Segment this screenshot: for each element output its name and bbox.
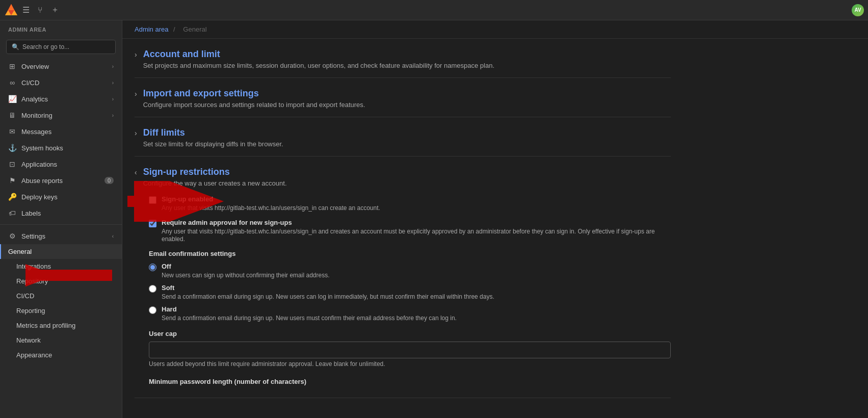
sidebar-toggle-icon[interactable]: ☰ [22, 5, 30, 15]
sub-item-label: Repository [16, 277, 48, 285]
sidebar-item-analytics[interactable]: 📈 Analytics › [0, 91, 122, 107]
email-confirmation-section: Email confirmation settings Off New user… [149, 250, 671, 322]
radio-item-soft: Soft Send a confirmation email during si… [149, 284, 671, 300]
sidebar-item-applications[interactable]: ⊡ Applications [0, 156, 122, 172]
search-bar[interactable]: 🔍 Search or go to... [6, 40, 116, 54]
sidebar-item-label: Monitoring [21, 112, 52, 119]
abuse-badge: 0 [104, 177, 114, 184]
section-signup-restrictions: ‹ Sign-up restrictions Configure the way… [135, 156, 671, 398]
sidebar-sub-item-network[interactable]: Network [0, 333, 122, 348]
sidebar-item-label: Labels [21, 210, 41, 217]
sidebar-item-deploy-keys[interactable]: 🔑 Deploy keys [0, 189, 122, 205]
sidebar-item-cicd[interactable]: ∞ CI/CD › [0, 74, 122, 91]
section-title: Sign-up restrictions [143, 167, 287, 177]
user-cap-input[interactable] [149, 342, 671, 358]
sidebar-sub-item-general[interactable]: General [0, 244, 122, 259]
section-desc: Set projects and maximum size limits, se… [143, 62, 494, 69]
radio-off-label[interactable]: Off New users can sign up without confir… [162, 263, 329, 279]
sidebar-sub-item-reporting[interactable]: Reporting [0, 303, 122, 318]
breadcrumb: Admin area / General [122, 20, 868, 39]
applications-icon: ⊡ [8, 160, 16, 168]
topbar-logo[interactable] [4, 3, 18, 17]
breadcrumb-separator: / [173, 25, 175, 33]
section-title: Import and export settings [143, 88, 365, 99]
chevron-icon: › [112, 96, 114, 102]
radio-soft[interactable] [149, 285, 156, 293]
section-diff-limits: › Diff limits Set size limits for displa… [135, 117, 671, 156]
sidebar-sub-item-appearance[interactable]: Appearance [0, 348, 122, 362]
settings-content: › Account and limit Set projects and max… [122, 39, 683, 418]
sidebar-item-settings[interactable]: ⚙ Settings ‹ [0, 228, 122, 244]
section-import-export-header[interactable]: › Import and export settings Configure i… [135, 78, 671, 117]
user-cap-section: User cap Users added beyond this limit r… [149, 330, 671, 368]
require-admin-check: Require admin approval for new sign-ups … [149, 219, 671, 243]
breadcrumb-current: General [183, 25, 206, 33]
signup-enabled-checkbox[interactable] [149, 196, 156, 204]
section-desc: Set size limits for displaying diffs in … [143, 140, 283, 148]
sidebar-item-labels[interactable]: 🏷 Labels [0, 205, 122, 221]
cicd-icon: ∞ [8, 79, 16, 87]
avatar[interactable]: AV [852, 4, 864, 16]
sub-item-label: General [8, 248, 32, 255]
sidebar-sub-item-cicd-settings[interactable]: CI/CD [0, 289, 122, 303]
sub-item-label: Metrics and profiling [16, 322, 75, 329]
user-cap-label: User cap [149, 330, 671, 337]
sidebar-item-overview[interactable]: ⊞ Overview › [0, 58, 122, 74]
signup-enabled-label[interactable]: Sign-up enabled Any user that visits htt… [162, 195, 380, 212]
sidebar-item-monitoring[interactable]: 🖥 Monitoring › [0, 107, 122, 123]
sidebar-item-messages[interactable]: ✉ Messages [0, 123, 122, 140]
sidebar-item-label: CI/CD [21, 79, 39, 87]
radio-item-hard: Hard Send a confirmation email during si… [149, 305, 671, 322]
overview-icon: ⊞ [8, 62, 16, 70]
radio-hard-label[interactable]: Hard Send a confirmation email during si… [162, 305, 457, 322]
section-signup-restrictions-header[interactable]: ‹ Sign-up restrictions Configure the way… [135, 156, 671, 195]
chevron-right-icon: › [135, 50, 137, 59]
sidebar-sub-item-metrics-profiling[interactable]: Metrics and profiling [0, 318, 122, 333]
require-admin-label[interactable]: Require admin approval for new sign-ups … [162, 219, 671, 243]
radio-soft-label[interactable]: Soft Send a confirmation email during si… [162, 284, 494, 300]
sidebar-item-label: Overview [21, 63, 49, 70]
messages-icon: ✉ [8, 127, 16, 136]
chevron-down-icon: ‹ [135, 168, 137, 176]
chevron-icon: › [112, 113, 114, 118]
sidebar-section-label: Admin area [0, 20, 122, 36]
sidebar-sub-item-repository[interactable]: Repository [0, 274, 122, 289]
email-confirmation-radio-group: Off New users can sign up without confir… [149, 263, 671, 322]
user-cap-hint: Users added beyond this limit require ad… [149, 360, 671, 368]
sidebar: Admin area 🔍 Search or go to... ⊞ Overvi… [0, 0, 122, 418]
section-diff-limits-header[interactable]: › Diff limits Set size limits for displa… [135, 117, 671, 156]
min-password-section: Minimum password length (number of chara… [149, 378, 671, 385]
monitoring-icon: 🖥 [8, 111, 16, 119]
sidebar-item-label: Analytics [21, 95, 48, 103]
section-account-limit-header[interactable]: › Account and limit Set projects and max… [135, 39, 671, 77]
radio-hard[interactable] [149, 306, 156, 314]
sidebar-item-label: Settings [21, 232, 45, 240]
sidebar-item-label: Applications [21, 161, 57, 168]
section-title: Diff limits [143, 127, 283, 138]
merge-request-icon[interactable]: ⑂ [38, 6, 43, 15]
analytics-icon: 📈 [8, 95, 16, 103]
section-desc: Configure the way a user creates a new a… [143, 179, 287, 187]
sub-item-label: CI/CD [16, 292, 34, 300]
sub-item-label: Reporting [16, 307, 45, 315]
chevron-icon: › [112, 80, 114, 86]
section-account-limit: › Account and limit Set projects and max… [135, 39, 671, 78]
sidebar-item-system-hooks[interactable]: ⚓ System hooks [0, 140, 122, 156]
chevron-right-icon: › [135, 129, 137, 137]
sidebar-item-abuse-reports[interactable]: ⚑ Abuse reports 0 [0, 172, 122, 189]
radio-item-off: Off New users can sign up without confir… [149, 263, 671, 279]
plus-icon[interactable]: ＋ [51, 5, 59, 15]
hooks-icon: ⚓ [8, 144, 16, 152]
labels-icon: 🏷 [8, 209, 16, 217]
require-admin-checkbox[interactable] [149, 220, 156, 227]
search-icon: 🔍 [12, 43, 19, 50]
sidebar-item-label: Messages [21, 128, 51, 136]
radio-off[interactable] [149, 264, 156, 271]
email-confirmation-title: Email confirmation settings [149, 250, 671, 257]
main-content: Admin area / General › Account and limit… [122, 0, 868, 418]
signup-restrictions-content: Sign-up enabled Any user that visits htt… [135, 195, 671, 398]
breadcrumb-parent[interactable]: Admin area [135, 25, 168, 33]
chevron-icon: › [112, 64, 114, 69]
sidebar-item-label: System hooks [21, 144, 63, 152]
sidebar-sub-item-integrations[interactable]: Integrations [0, 259, 122, 274]
